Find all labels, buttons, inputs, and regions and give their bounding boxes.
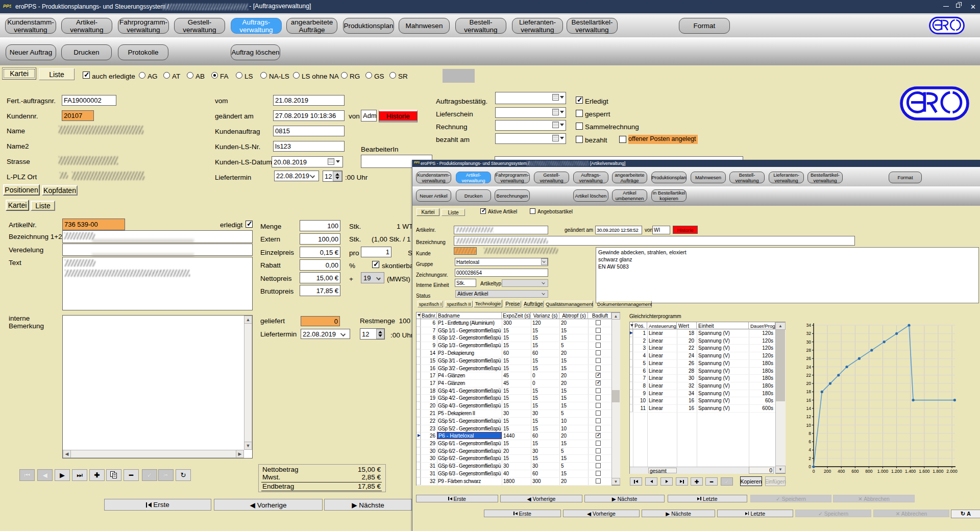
- svg-text:200: 200: [824, 469, 831, 474]
- svg-text:2: 2: [808, 456, 811, 461]
- svg-text:32: 32: [806, 331, 812, 336]
- svg-text:30: 30: [806, 340, 812, 345]
- svg-text:1.400: 1.400: [905, 469, 916, 474]
- svg-text:1.000: 1.000: [877, 469, 889, 474]
- svg-text:1.800: 1.800: [933, 469, 944, 474]
- svg-text:26: 26: [806, 356, 812, 361]
- svg-text:28: 28: [806, 348, 812, 353]
- svg-text:20: 20: [806, 381, 812, 386]
- svg-text:12: 12: [806, 414, 812, 419]
- svg-text:800: 800: [865, 469, 872, 474]
- svg-text:600: 600: [851, 469, 859, 474]
- svg-text:1.200: 1.200: [891, 469, 902, 474]
- svg-text:0: 0: [808, 464, 811, 469]
- svg-text:18: 18: [806, 389, 812, 394]
- svg-text:4: 4: [808, 447, 811, 452]
- svg-text:16: 16: [806, 398, 812, 403]
- svg-text:10: 10: [806, 423, 812, 428]
- svg-text:24: 24: [806, 365, 812, 370]
- svg-text:1.600: 1.600: [919, 469, 930, 474]
- svg-text:6: 6: [808, 439, 811, 444]
- svg-text:22: 22: [806, 373, 812, 378]
- svg-text:14: 14: [806, 406, 812, 411]
- svg-text:0: 0: [813, 469, 815, 474]
- svg-text:400: 400: [838, 469, 845, 474]
- svg-text:8: 8: [808, 431, 811, 436]
- svg-text:34: 34: [806, 323, 812, 328]
- svg-text:2.000: 2.000: [946, 469, 958, 474]
